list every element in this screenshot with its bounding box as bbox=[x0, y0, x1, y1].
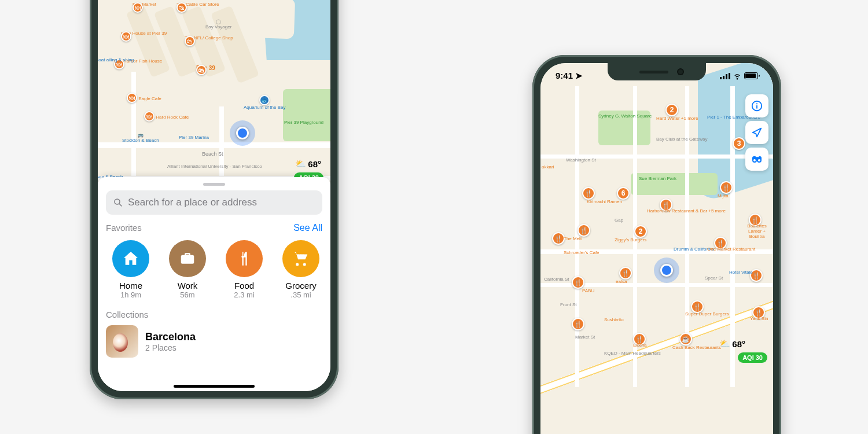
favorites-header-row: Favorites See All bbox=[106, 223, 322, 233]
poi-stockton-beach: 🚌Stockton & Beach bbox=[122, 133, 159, 144]
poi-pier39-playground: Pier 39 Playground bbox=[284, 120, 323, 126]
poi-kirimachi: Kirimachi Ramen bbox=[587, 200, 622, 205]
poi-the-melt: The Melt bbox=[564, 237, 582, 242]
cluster-pin[interactable]: 6 bbox=[617, 187, 630, 200]
battery-icon bbox=[744, 72, 758, 79]
collections-header: Collections bbox=[106, 310, 148, 319]
poi-cash-back: Cash Back Restaurants bbox=[672, 345, 721, 351]
location-arrow-icon bbox=[751, 126, 763, 139]
favorite-work[interactable]: Work 56m bbox=[163, 240, 212, 299]
status-time: 9:41 bbox=[556, 71, 573, 80]
map-right[interactable]: 2 3 6 2 🍴 🍴 🍴 🍴 🍴 🍴 🍴 🍴 🍴 🍴 🍴 🍴 🍴 ☕ 🍴 Sy… bbox=[540, 63, 773, 434]
poi-washington-st: Washington St bbox=[566, 158, 596, 163]
poi-crab-house: 🍽Crab House at Pier 39 bbox=[121, 31, 167, 36]
favorite-home[interactable]: Home 1h 9m bbox=[106, 240, 156, 299]
collections-header-row: Collections bbox=[106, 310, 322, 319]
poi-pier39: 🛍Pier 39 bbox=[196, 65, 215, 71]
home-indicator[interactable] bbox=[174, 385, 255, 388]
svg-line-1 bbox=[119, 204, 122, 206]
svg-point-0 bbox=[115, 199, 120, 204]
sheet-grabber[interactable] bbox=[203, 183, 225, 186]
cart-icon bbox=[282, 240, 319, 277]
svg-point-3 bbox=[756, 103, 757, 104]
restaurant-pin[interactable]: 🍴 bbox=[572, 276, 584, 289]
screen-left: 🍽Pier Market 🛍The Cable Car Store ◯Bay V… bbox=[98, 0, 330, 391]
poi-alliant: Alliant International University - San F… bbox=[167, 164, 262, 170]
locate-button[interactable] bbox=[745, 121, 768, 144]
favorites-row: Home 1h 9m Work 56m Food 2.3 mi bbox=[106, 240, 322, 299]
poi-spear-st: Spear St bbox=[705, 276, 723, 281]
poi-kqed: KQED - Main Headquarters bbox=[604, 351, 661, 356]
collection-thumbnail bbox=[106, 325, 138, 358]
poi-boat-sailing: Boat ailing & shing bbox=[98, 58, 134, 63]
favorite-grocery[interactable]: Grocery .35 mi bbox=[276, 240, 322, 299]
cluster-pin[interactable]: 2 bbox=[665, 104, 678, 116]
favorite-food[interactable]: Food 2.3 mi bbox=[219, 240, 269, 299]
poi-hard-rock: 🍽 Hard Rock Cafe bbox=[144, 111, 189, 122]
poi-hotel-vitale: Hotel Vitale bbox=[729, 270, 753, 275]
lookaround-button[interactable] bbox=[745, 148, 768, 171]
poi-eatsa: eatsa bbox=[616, 279, 627, 285]
info-button[interactable] bbox=[745, 94, 768, 117]
poi-front-st: Front St bbox=[560, 303, 576, 308]
poi-sue-bierman: Sue Bierman Park bbox=[639, 176, 676, 182]
poi-sydney-walton: Sydney G. Walton Square bbox=[598, 114, 652, 119]
favorites-header: Favorites bbox=[106, 223, 142, 233]
poi-bay-voyager: ◯Bay Voyager bbox=[205, 20, 231, 30]
restaurant-pin[interactable]: ☕ bbox=[679, 333, 692, 345]
map-controls bbox=[745, 94, 768, 171]
wifi-icon bbox=[733, 71, 742, 80]
cluster-pin[interactable]: 2 bbox=[634, 225, 647, 238]
weather-badge: ⛅68° bbox=[719, 339, 745, 349]
poi-mijita: Mijita bbox=[718, 194, 729, 199]
phone-right: 9:41 ➤ 2 3 6 2 bbox=[532, 55, 781, 434]
restaurant-pin[interactable]: 🍴 bbox=[720, 181, 733, 194]
restaurant-pin[interactable]: 🍴 bbox=[552, 232, 565, 245]
collection-subtitle: 2 Places bbox=[145, 343, 196, 352]
restaurant-pin[interactable]: 🍴 bbox=[578, 224, 590, 237]
search-placeholder: Search for a place or address bbox=[128, 197, 257, 208]
poi-schroeders: Schroeder's Cafe bbox=[564, 251, 599, 256]
poi-okkari: okkari bbox=[542, 165, 554, 170]
collection-title: Barcelona bbox=[145, 331, 196, 343]
poi-eagle-cafe: 🍽 Eagle Cafe bbox=[127, 93, 161, 103]
partly-cloudy-icon: ⛅ bbox=[719, 339, 730, 349]
poi-nfl-shop: 🛍The NFL/ College Shop bbox=[185, 36, 233, 41]
fork-knife-icon bbox=[226, 240, 263, 277]
poi-elixiria: Elixiria bbox=[633, 343, 647, 348]
phone-left: 🍽Pier Market 🛍The Cable Car Store ◯Bay V… bbox=[90, 0, 339, 399]
svg-rect-4 bbox=[756, 105, 757, 109]
partly-cloudy-icon: ⛅ bbox=[295, 159, 306, 169]
poi-beach-st: Beach St bbox=[202, 152, 223, 157]
weather-badge: ⛅68° bbox=[295, 159, 321, 169]
poi-pier39-marina: Pier 39 Marina bbox=[179, 135, 209, 141]
poi-boulettes: Boulettes Larder + Bouliba bbox=[741, 224, 773, 239]
cluster-pin[interactable]: 3 bbox=[733, 137, 745, 150]
cell-signal-icon bbox=[720, 73, 730, 79]
poi-gap: Gap bbox=[615, 218, 623, 223]
user-location-dot bbox=[230, 120, 255, 146]
restaurant-pin[interactable]: 🍴 bbox=[582, 187, 595, 200]
search-icon bbox=[113, 197, 123, 208]
user-location-dot bbox=[654, 258, 679, 283]
collection-item[interactable]: Barcelona 2 Places bbox=[106, 325, 322, 358]
poi-aquarium: 🐟Aquarium of the Bay bbox=[244, 95, 285, 111]
notch bbox=[608, 63, 706, 80]
restaurant-pin[interactable]: 🍴 bbox=[619, 267, 632, 279]
poi-one-market: One Market Restaurant bbox=[707, 247, 755, 252]
see-all-link[interactable]: See All bbox=[293, 223, 322, 233]
restaurant-pin[interactable]: 🍴 bbox=[572, 318, 584, 330]
search-input[interactable]: Search for a place or address bbox=[106, 190, 322, 215]
poi-california-st: California St bbox=[544, 277, 569, 282]
poi-pabu: PABU bbox=[582, 289, 594, 294]
poi-harborview: Harborview Restaurant & Bar +5 more bbox=[647, 209, 726, 214]
poi-hard-water: Hard Water +1 more bbox=[656, 116, 698, 122]
location-arrow-icon: ➤ bbox=[575, 71, 583, 80]
screen-right: 9:41 ➤ 2 3 6 2 bbox=[540, 63, 773, 434]
aqi-badge: AQI 30 bbox=[738, 352, 767, 363]
binoculars-icon bbox=[750, 152, 764, 166]
briefcase-icon bbox=[169, 240, 206, 277]
poi-super-duper: Super Duper Burgers bbox=[685, 312, 729, 317]
poi-bay-club: Bay Club at the Gateway bbox=[656, 137, 708, 142]
search-sheet[interactable]: Search for a place or address Favorites … bbox=[98, 177, 330, 391]
